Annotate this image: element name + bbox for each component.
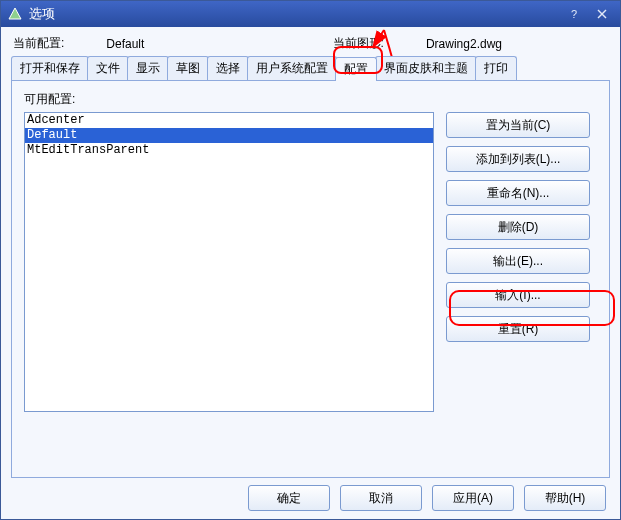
- tab-drafting[interactable]: 草图: [167, 56, 209, 80]
- apply-button[interactable]: 应用(A): [432, 485, 514, 511]
- add-to-list-button[interactable]: 添加到列表(L)...: [446, 146, 590, 172]
- tabs-row: 打开和保存 文件 显示 草图 选择 用户系统配置 配置 界面皮肤和主题 打印: [1, 56, 620, 80]
- title-bar: 选项 ?: [1, 1, 620, 27]
- reset-button[interactable]: 重置(R): [446, 316, 590, 342]
- tab-display[interactable]: 显示: [127, 56, 169, 80]
- profile-buttons-column: 置为当前(C) 添加到列表(L)... 重命名(N)... 删除(D) 输出(E…: [446, 112, 590, 412]
- current-config-value: Default: [106, 37, 144, 51]
- window-title: 选项: [29, 5, 55, 23]
- list-item[interactable]: MtEditTransParent: [25, 143, 433, 158]
- tab-file[interactable]: 文件: [87, 56, 129, 80]
- tab-user-preferences[interactable]: 用户系统配置: [247, 56, 337, 80]
- tab-open-save[interactable]: 打开和保存: [11, 56, 89, 80]
- info-row: 当前配置: Default 当前图形: Drawing2.dwg: [1, 27, 620, 56]
- dialog-footer: 确定 取消 应用(A) 帮助(H): [1, 485, 620, 511]
- tab-selection[interactable]: 选择: [207, 56, 249, 80]
- tab-panel-profiles: 可用配置: Adcenter Default MtEditTransParent…: [11, 80, 610, 478]
- list-item[interactable]: Adcenter: [25, 113, 433, 128]
- profiles-listbox[interactable]: Adcenter Default MtEditTransParent: [24, 112, 434, 412]
- app-icon: [7, 6, 23, 22]
- current-drawing-value: Drawing2.dwg: [426, 37, 502, 51]
- import-button[interactable]: 输入(I)...: [446, 282, 590, 308]
- tab-print[interactable]: 打印: [475, 56, 517, 80]
- current-drawing-label: 当前图形:: [333, 35, 384, 52]
- svg-text:?: ?: [571, 8, 577, 20]
- list-item[interactable]: Default: [25, 128, 433, 143]
- current-config-label: 当前配置:: [13, 35, 64, 52]
- help-button[interactable]: 帮助(H): [524, 485, 606, 511]
- set-current-button[interactable]: 置为当前(C): [446, 112, 590, 138]
- cancel-button[interactable]: 取消: [340, 485, 422, 511]
- export-button[interactable]: 输出(E)...: [446, 248, 590, 274]
- tab-skin-theme[interactable]: 界面皮肤和主题: [375, 56, 477, 80]
- delete-button[interactable]: 删除(D): [446, 214, 590, 240]
- ok-button[interactable]: 确定: [248, 485, 330, 511]
- tab-profiles[interactable]: 配置: [335, 57, 377, 81]
- options-dialog: 选项 ? 当前配置: Default 当前图形: Drawing2.dwg 打开…: [0, 0, 621, 520]
- help-icon[interactable]: ?: [562, 5, 586, 23]
- available-profiles-label: 可用配置:: [24, 91, 597, 108]
- close-icon[interactable]: [590, 5, 614, 23]
- rename-button[interactable]: 重命名(N)...: [446, 180, 590, 206]
